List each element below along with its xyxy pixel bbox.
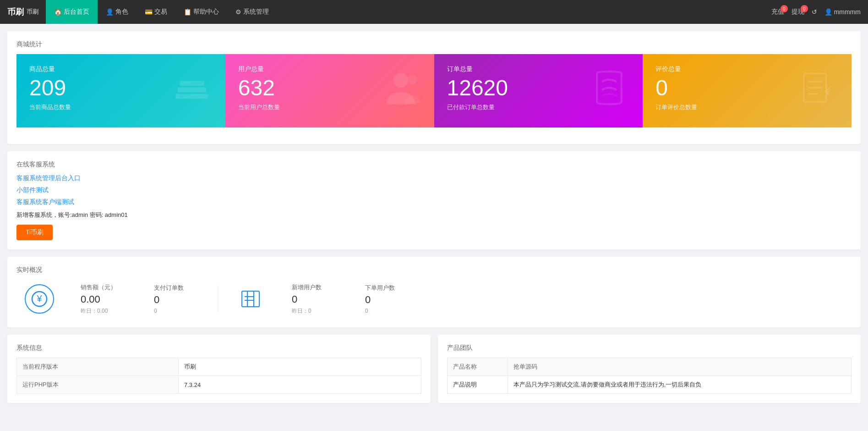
link-admin[interactable]: 客服系统管理后台入口: [16, 174, 852, 182]
nav-logo-text: 币刷: [7, 6, 24, 17]
realtime-panel: 实时概况 ¥ 销售额（元） 0.00 昨日：0.00 支付订单数 0 0: [7, 257, 861, 327]
system-info-title: 系统信息: [16, 344, 421, 352]
role-icon: 👤: [106, 8, 114, 16]
new-users-yesterday: 昨日：0: [292, 307, 328, 315]
users-icon-block: [228, 280, 273, 318]
php-version-label: 运行PHP版本: [17, 376, 179, 394]
nav-item-system[interactable]: ⚙ 系统管理: [227, 0, 277, 24]
refresh-icon: ↺: [812, 8, 817, 16]
realtime-new-users: 新增用户数 0 昨日：0: [273, 283, 347, 315]
new-users-label: 新增用户数: [292, 283, 328, 292]
product-table: 产品名称 抢单源码 产品说明 本产品只为学习测试交流,请勿要做商业或者用于违法行…: [447, 358, 852, 394]
orders-label: 支付订单数: [154, 284, 191, 292]
yen-icon: ¥: [25, 284, 54, 314]
product-team-title: 产品团队: [447, 344, 852, 352]
reviews-icon: [797, 70, 839, 112]
stat-cards: 商品总量 209 当前商品总数量 用户总量 632 当前用户总数量: [16, 54, 852, 127]
sys-version-value: 币刷: [179, 358, 421, 376]
system-info-table: 当前程序版本 币刷 运行PHP版本 7.3.24: [16, 358, 421, 394]
help-icon: 📋: [184, 8, 191, 16]
orders-icon: [589, 70, 630, 112]
realtime-order-users: 下单用户数 0 0: [347, 284, 420, 314]
order-users-value: 0: [365, 294, 402, 306]
user-menu[interactable]: 👤 mmmmm: [824, 8, 861, 16]
system-info-panel: 系统信息 当前程序版本 币刷 运行PHP版本 7.3.24: [7, 335, 431, 403]
nav-item-trade[interactable]: 💳 交易: [136, 0, 175, 24]
sales-yesterday: 昨日：0.00: [81, 307, 117, 315]
table-row: 产品说明 本产品只为学习测试交流,请勿要做商业或者用于违法行为,一切后果自负: [447, 376, 852, 394]
nav-item-role[interactable]: 👤 角色: [98, 0, 136, 24]
mall-stats-title: 商城统计: [16, 40, 852, 49]
col-product-name: 产品名称: [447, 358, 508, 376]
realtime-grid: ¥ 销售额（元） 0.00 昨日：0.00 支付订单数 0 0: [16, 280, 852, 318]
php-version-value: 7.3.24: [179, 376, 421, 394]
nav-items: 🏠 后台首页 👤 角色 💳 交易 📋 帮助中心 ⚙ 系统管理: [46, 0, 771, 24]
trade-icon: 💳: [145, 8, 153, 16]
nav-right: 充值 0 提现 0 ↺ 👤 mmmmm: [771, 8, 861, 16]
nav-item-help[interactable]: 📋 帮助中心: [175, 0, 227, 24]
system-icon: ⚙: [235, 8, 241, 16]
realtime-orders: 支付订单数 0 0: [136, 284, 209, 314]
nav-logo: 币刷 币刷: [7, 6, 38, 17]
nav-item-home[interactable]: 🏠 后台首页: [46, 0, 98, 24]
svg-text:¥: ¥: [36, 293, 42, 304]
realtime-divider: [218, 285, 218, 313]
mall-stats-panel: 商城统计 商品总量 209 当前商品总数量 用户总量: [7, 31, 861, 144]
orders-yesterday: 0: [154, 308, 191, 314]
users-icon: [380, 67, 421, 115]
order-users-label: 下单用户数: [365, 284, 402, 292]
sales-value: 0.00: [81, 293, 117, 305]
svg-point-4: [407, 75, 417, 85]
goods-icon: [171, 70, 213, 112]
link-widget[interactable]: 小部件测试: [16, 186, 852, 194]
nav-logo-sub: 币刷: [27, 8, 38, 16]
stat-card-goods: 商品总量 209 当前商品总数量: [16, 54, 225, 127]
product-value: 本产品只为学习测试交流,请勿要做商业或者用于违法行为,一切后果自负: [508, 376, 852, 394]
orders-value: 0: [154, 294, 191, 306]
home-icon: 🏠: [54, 8, 62, 16]
stat-card-orders: 订单总量 12620 已付款订单总数量: [434, 54, 643, 127]
col-source-code: 抢单源码: [508, 358, 852, 376]
svg-point-3: [393, 73, 408, 88]
navbar: 币刷 币刷 🏠 后台首页 👤 角色 💳 交易 📋 帮助中心 ⚙ 系统管理 充值 …: [0, 0, 868, 24]
users-realtime-icon: [236, 284, 265, 314]
refresh-button[interactable]: ↺: [812, 8, 817, 16]
svg-rect-1: [178, 88, 206, 93]
stat-card-reviews: 评价总量 0 订单评价总数量: [643, 54, 852, 127]
table-header-row: 产品名称 抢单源码: [447, 358, 852, 376]
svg-rect-2: [180, 81, 204, 86]
link-list: 客服系统管理后台入口 小部件测试 客服系统客户端测试: [16, 174, 852, 206]
link-client[interactable]: 客服系统客户端测试: [16, 198, 852, 206]
sales-icon-block: ¥: [16, 280, 62, 318]
stat-card-users: 用户总量 632 当前用户总数量: [225, 54, 434, 127]
new-users-value: 0: [292, 293, 328, 305]
cs-info-text: 新增客服系统，账号:admin 密码: admin01: [16, 211, 852, 219]
customer-service-panel: 在线客服系统 客服系统管理后台入口 小部件测试 客服系统客户端测试 新增客服系统…: [7, 151, 861, 249]
table-row: 运行PHP版本 7.3.24: [17, 376, 421, 394]
recharge-badge: 0: [781, 5, 788, 12]
username: mmmmm: [834, 8, 861, 16]
withdraw-button[interactable]: 提现 0: [792, 8, 804, 16]
product-label: 产品说明: [447, 376, 508, 394]
withdraw-badge: 0: [801, 5, 808, 12]
realtime-sales: 销售额（元） 0.00 昨日：0.00: [62, 283, 136, 315]
table-row: 当前程序版本 币刷: [17, 358, 421, 376]
product-team-panel: 产品团队 产品名称 抢单源码 产品说明 本产品只为学习测试交流,请勿要做商业或者…: [438, 335, 861, 403]
customer-service-title: 在线客服系统: [16, 160, 852, 169]
user-icon: 👤: [824, 8, 832, 16]
bottom-grid: 系统信息 当前程序版本 币刷 运行PHP版本 7.3.24 产品团队: [7, 335, 861, 410]
svg-rect-0: [175, 94, 208, 99]
main-content: 商城统计 商品总量 209 当前商品总数量 用户总量: [0, 24, 868, 418]
order-users-yesterday: 0: [365, 308, 402, 314]
realtime-title: 实时概况: [16, 266, 852, 274]
recharge-button[interactable]: 充值 0: [771, 8, 784, 16]
sys-version-label: 当前程序版本: [17, 358, 179, 376]
sales-label: 销售额（元）: [81, 283, 117, 292]
ti-coin-button[interactable]: Ti币刷: [16, 225, 53, 240]
